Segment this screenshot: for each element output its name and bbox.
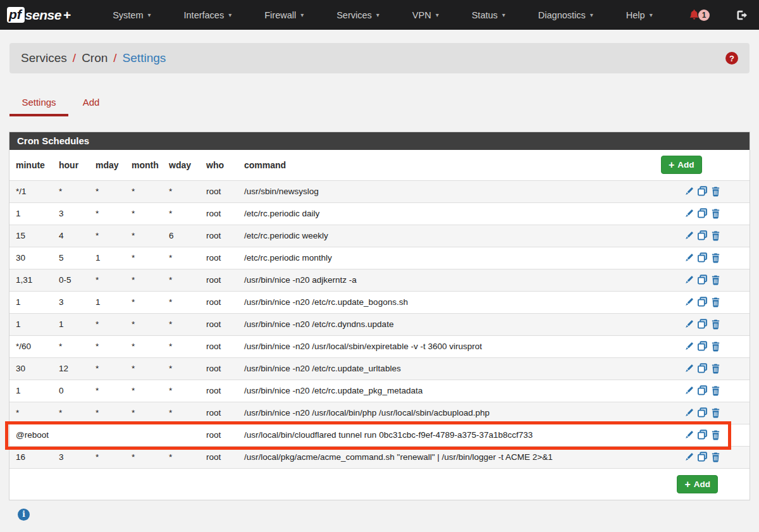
edit-button[interactable]	[684, 407, 694, 418]
copy-icon	[697, 363, 708, 373]
nav-item-system[interactable]: System▾	[96, 0, 167, 30]
edit-button[interactable]	[684, 230, 694, 241]
cell-command: /etc/rc.periodic monthly	[238, 247, 655, 269]
nav-item-help[interactable]: Help▾	[610, 0, 669, 30]
copy-button[interactable]	[697, 430, 708, 440]
cell-mday: *	[89, 180, 125, 202]
table-row: */60****root/usr/bin/nice -n20 /usr/loca…	[9, 335, 750, 357]
trash-button[interactable]	[710, 208, 721, 219]
trash-button[interactable]	[710, 252, 721, 263]
nav-item-status[interactable]: Status▾	[455, 0, 522, 30]
copy-icon	[697, 341, 708, 350]
copy-button[interactable]	[697, 275, 708, 285]
row-actions	[655, 424, 750, 446]
edit-button[interactable]	[684, 363, 694, 374]
cell-wday: *	[163, 335, 200, 357]
add-schedule-button-bottom[interactable]: + Add	[677, 475, 718, 493]
edit-button[interactable]	[684, 319, 694, 330]
trash-button[interactable]	[710, 430, 721, 440]
trash-button[interactable]	[710, 363, 721, 374]
edit-button[interactable]	[684, 430, 694, 440]
column-header-wday: wday	[163, 150, 200, 180]
add-button-label: Add	[694, 479, 710, 489]
cell-minute: 15	[9, 225, 52, 247]
plus-icon: +	[669, 161, 674, 169]
pencil-icon	[684, 319, 694, 328]
edit-button[interactable]	[684, 452, 694, 462]
trash-button[interactable]	[710, 407, 721, 418]
edit-button[interactable]	[684, 275, 694, 285]
cell-hour: 3	[52, 202, 89, 225]
trash-button[interactable]	[710, 186, 721, 197]
cell-wday: *	[163, 402, 200, 424]
copy-button[interactable]	[697, 208, 708, 219]
edit-button[interactable]	[684, 186, 694, 197]
copy-icon	[697, 275, 708, 284]
nav-item-diagnostics[interactable]: Diagnostics▾	[522, 0, 610, 30]
pencil-icon	[684, 230, 694, 240]
trash-icon	[710, 230, 721, 240]
nav-item-services[interactable]: Services▾	[320, 0, 396, 30]
trash-icon	[710, 275, 721, 284]
cell-who: root	[200, 313, 238, 335]
trash-button[interactable]	[710, 275, 721, 285]
trash-button[interactable]	[710, 341, 721, 352]
cell-minute: *	[9, 402, 52, 424]
copy-button[interactable]	[697, 186, 708, 197]
logout-button[interactable]	[735, 9, 748, 22]
edit-button[interactable]	[684, 341, 694, 352]
copy-button[interactable]	[697, 252, 708, 263]
breadcrumb-settings[interactable]: Settings	[123, 51, 166, 65]
trash-icon	[710, 186, 721, 195]
pfsense-logo[interactable]: pf sense +	[7, 7, 71, 23]
cell-who: root	[200, 269, 238, 291]
cell-mday: *	[89, 202, 125, 225]
trash-icon	[710, 385, 721, 395]
info-icon[interactable]: i	[18, 509, 30, 521]
table-row: 163***root/usr/local/pkg/acme/acme_comma…	[9, 446, 750, 468]
nav-item-interfaces[interactable]: Interfaces▾	[168, 0, 249, 30]
trash-icon	[710, 452, 721, 461]
copy-button[interactable]	[697, 363, 708, 374]
table-row: */1****root/usr/sbin/newsyslog	[9, 180, 750, 202]
column-header-command: command	[238, 150, 655, 180]
help-icon[interactable]: ?	[725, 52, 738, 65]
trash-icon	[710, 319, 721, 328]
trash-button[interactable]	[710, 452, 721, 462]
cell-mday: *	[89, 335, 125, 357]
tab-add[interactable]: Add	[76, 92, 106, 116]
copy-button[interactable]	[697, 452, 708, 462]
notifications-button[interactable]: 1	[688, 9, 710, 21]
nav-item-vpn[interactable]: VPN▾	[396, 0, 455, 30]
tab-settings[interactable]: Settings	[9, 92, 68, 116]
copy-button[interactable]	[697, 341, 708, 352]
breadcrumb-services[interactable]: Services	[21, 51, 67, 65]
copy-button[interactable]	[697, 385, 708, 396]
cell-hour: 0-5	[52, 269, 89, 291]
edit-button[interactable]	[684, 208, 694, 219]
trash-button[interactable]	[710, 230, 721, 241]
edit-button[interactable]	[684, 385, 694, 396]
add-schedule-button-top[interactable]: + Add	[661, 156, 702, 174]
cell-mday: 1	[89, 291, 125, 313]
copy-icon	[697, 297, 708, 306]
trash-icon	[710, 297, 721, 306]
copy-button[interactable]	[697, 319, 708, 330]
trash-button[interactable]	[710, 297, 721, 307]
table-row: 3012***root/usr/bin/nice -n20 /etc/rc.up…	[9, 357, 750, 380]
column-header-hour: hour	[52, 150, 89, 180]
breadcrumb-separator: /	[73, 51, 76, 65]
nav-item-label: Services	[336, 10, 372, 20]
copy-button[interactable]	[697, 230, 708, 241]
cell-wday: *	[163, 202, 200, 225]
row-actions	[655, 291, 750, 313]
trash-button[interactable]	[710, 319, 721, 330]
trash-button[interactable]	[710, 385, 721, 396]
nav-item-firewall[interactable]: Firewall▾	[248, 0, 320, 30]
copy-button[interactable]	[697, 407, 708, 418]
edit-button[interactable]	[684, 252, 694, 263]
copy-button[interactable]	[697, 297, 708, 307]
breadcrumb-cron[interactable]: Cron	[82, 51, 108, 65]
edit-button[interactable]	[684, 297, 694, 307]
cell-hour	[52, 424, 89, 446]
